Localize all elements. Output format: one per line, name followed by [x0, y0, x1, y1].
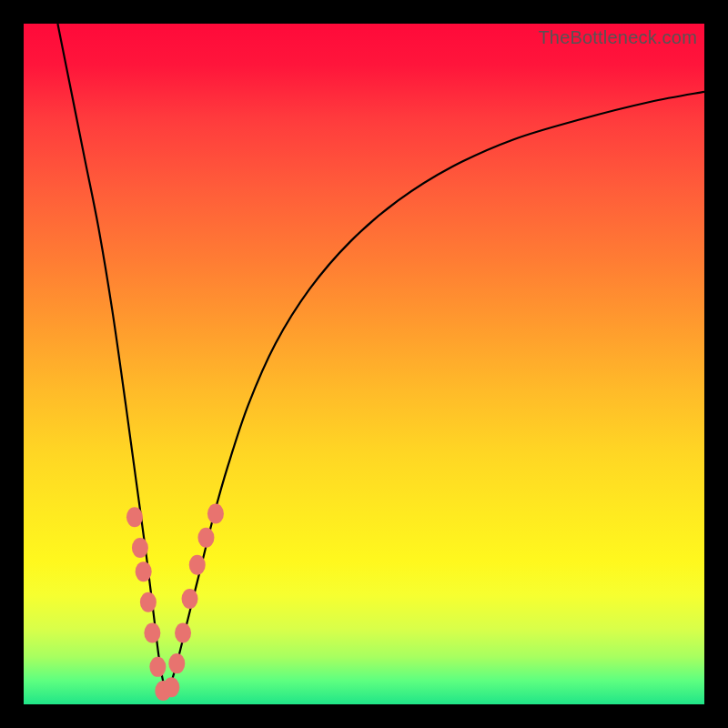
- chart-container: TheBottleneck.com: [0, 0, 728, 728]
- bead-marker: [132, 538, 148, 558]
- bead-marker: [207, 504, 224, 524]
- beads-left-group: [126, 507, 171, 701]
- beads-right-group: [163, 504, 224, 698]
- curve-right-branch: [167, 92, 704, 698]
- bead-marker: [175, 622, 191, 642]
- bead-marker: [140, 592, 157, 612]
- bead-marker: [182, 589, 198, 609]
- bead-marker: [126, 507, 143, 527]
- curve-svg: [24, 24, 704, 704]
- bead-marker: [168, 653, 185, 673]
- bead-marker: [136, 561, 152, 581]
- bead-marker: [163, 677, 179, 697]
- bead-marker: [144, 622, 160, 642]
- bead-marker: [189, 555, 206, 575]
- bead-marker: [197, 528, 214, 548]
- plot-area: TheBottleneck.com: [24, 24, 704, 704]
- bead-marker: [149, 657, 166, 677]
